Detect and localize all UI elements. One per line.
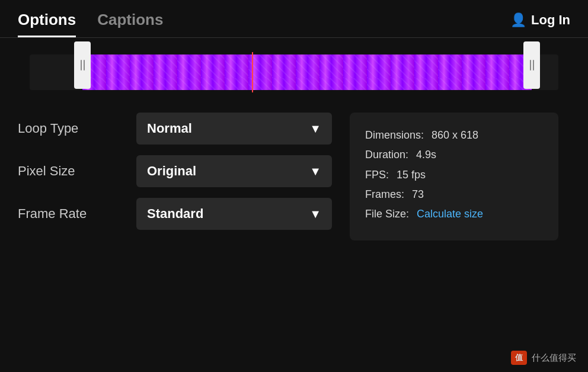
frames-row: Frames: 73 [365,185,543,204]
timeline-fill [82,54,532,90]
fps-label: FPS: [365,165,389,185]
timeline-track[interactable] [30,54,558,90]
handle-left[interactable] [74,41,91,89]
frames-value: 73 [412,185,424,204]
header: Options Captions 👤 Log In [0,0,588,38]
pixel-size-row: Pixel Size Original ▼ [18,155,332,187]
pixel-size-value: Original [147,163,196,179]
watermark-text: 什么值得买 [532,352,576,364]
pixel-size-label: Pixel Size [18,163,136,179]
frame-rate-value: Standard [147,206,203,222]
controls-col: Loop Type Normal ▼ Pixel Size Original ▼… [18,113,332,240]
login-label: Log In [531,12,570,28]
frame-rate-row: Frame Rate Standard ▼ [18,198,332,230]
timeline-area [0,38,588,107]
filesize-row: File Size: Calculate size [365,204,543,224]
info-panel: Dimensions: 860 x 618 Duration: 4.9s FPS… [350,113,558,240]
frame-rate-label: Frame Rate [18,206,136,222]
watermark-badge: 值 [511,351,527,365]
duration-row: Duration: 4.9s [365,145,543,165]
loop-type-dropdown[interactable]: Normal ▼ [136,113,332,145]
options-area: Loop Type Normal ▼ Pixel Size Original ▼… [0,107,588,240]
user-icon: 👤 [510,12,526,28]
loop-type-arrow: ▼ [309,122,321,136]
dimensions-row: Dimensions: 860 x 618 [365,126,543,145]
frame-rate-arrow: ▼ [309,207,321,221]
handle-grip-right [530,60,534,70]
watermark: 值 什么值得买 [511,351,576,365]
handle-right[interactable] [523,41,540,89]
nav-tabs: Options Captions [18,11,163,37]
loop-type-value: Normal [147,121,192,136]
duration-label: Duration: [365,145,408,165]
playhead [252,52,253,92]
loop-type-label: Loop Type [18,121,136,136]
login-button[interactable]: 👤 Log In [510,12,570,36]
fps-value: 15 fps [397,165,426,185]
duration-value: 4.9s [416,145,436,165]
pixel-size-dropdown[interactable]: Original ▼ [136,155,332,187]
dimensions-label: Dimensions: [365,126,424,145]
frame-rate-dropdown[interactable]: Standard ▼ [136,198,332,230]
handle-grip-left [81,60,85,70]
pixel-size-arrow: ▼ [309,165,321,178]
filesize-label: File Size: [365,204,409,224]
dimensions-value: 860 x 618 [432,126,478,145]
fps-row: FPS: 15 fps [365,165,543,185]
loop-type-row: Loop Type Normal ▼ [18,113,332,145]
tab-options[interactable]: Options [18,11,76,37]
calculate-size-link[interactable]: Calculate size [417,204,483,224]
tab-captions[interactable]: Captions [97,11,163,37]
frames-label: Frames: [365,185,404,204]
